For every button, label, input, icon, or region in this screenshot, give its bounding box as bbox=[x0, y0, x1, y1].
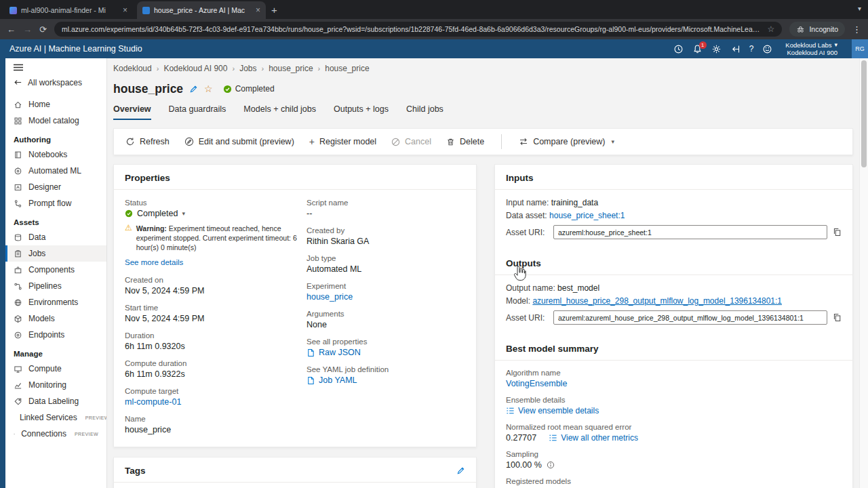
sidebar-item-notebooks[interactable]: Notebooks bbox=[5, 146, 106, 163]
sidebar-nav: All workspaces Home Model catalog Author… bbox=[5, 58, 107, 488]
sidebar-item-models[interactable]: Models bbox=[5, 310, 106, 327]
view-ensemble-details-link[interactable]: View ensemble details bbox=[518, 406, 599, 415]
breadcrumb-item[interactable]: Kodekloud AI 900 bbox=[163, 64, 227, 73]
job-yaml-link[interactable]: Job YAML bbox=[319, 375, 357, 385]
browser-tab-2[interactable]: house_price - Azure AI | Mac × bbox=[137, 1, 266, 19]
vertical-scrollbar[interactable] bbox=[859, 58, 868, 488]
outputs-heading: Outputs bbox=[495, 250, 852, 275]
edit-and-submit-button[interactable]: Edit and submit (preview) bbox=[177, 129, 302, 155]
tab-models-child-jobs[interactable]: Models + child jobs bbox=[243, 104, 316, 120]
model-link[interactable]: azureml_house_price_298_output_mlflow_lo… bbox=[532, 296, 782, 306]
chevron-down-icon: ▾ bbox=[834, 41, 837, 49]
see-more-details-link[interactable]: See more details bbox=[125, 258, 307, 266]
chevron-down-icon: ▾ bbox=[611, 138, 614, 145]
toolbar-divider bbox=[501, 134, 502, 149]
back-button[interactable]: ← bbox=[7, 24, 16, 35]
breadcrumb-item[interactable]: Kodekloud bbox=[113, 64, 152, 73]
endpoints-icon bbox=[14, 331, 22, 340]
completed-check-icon bbox=[125, 209, 133, 218]
view-all-metrics-link[interactable]: View all other metrics bbox=[561, 433, 638, 443]
tab-child-jobs[interactable]: Child jobs bbox=[406, 104, 443, 120]
chevron-down-icon[interactable]: ▾ bbox=[182, 210, 185, 217]
best-model-heading: Best model summary bbox=[495, 336, 852, 361]
sidebar-item-monitoring[interactable]: Monitoring bbox=[5, 377, 106, 393]
sidebar-item-components[interactable]: Components bbox=[5, 262, 106, 278]
reload-button[interactable]: ⟳ bbox=[39, 24, 47, 35]
tab-close-icon[interactable]: × bbox=[256, 5, 260, 15]
sidebar-item-data[interactable]: Data bbox=[5, 229, 106, 245]
field-duration: Duration 6h 11m 0.9320s bbox=[125, 331, 307, 351]
cancel-button[interactable]: Cancel bbox=[384, 129, 439, 155]
browser-tab-1[interactable]: ml-al900-animal-finder - Mi × bbox=[4, 1, 133, 19]
page-title: house_price bbox=[113, 82, 183, 96]
compute-icon bbox=[14, 365, 22, 373]
algorithm-link[interactable]: VotingEnsemble bbox=[506, 379, 842, 388]
sidebar-item-connections[interactable]: Connections PREVIEW bbox=[5, 426, 106, 442]
sidebar-item-linked-services[interactable]: Linked Services PREVIEW bbox=[5, 409, 106, 426]
compare-button[interactable]: Compare (preview) ▾ bbox=[511, 129, 622, 155]
forward-button[interactable]: → bbox=[23, 24, 32, 35]
edit-tags-pencil-icon[interactable] bbox=[456, 466, 465, 475]
breadcrumb-separator: › bbox=[318, 64, 321, 73]
breadcrumb-item[interactable]: house_price bbox=[269, 64, 313, 73]
favorite-star-icon[interactable]: ☆ bbox=[204, 83, 213, 94]
compute-target-link[interactable]: ml-compute-01 bbox=[125, 397, 307, 407]
delete-button[interactable]: Delete bbox=[439, 129, 492, 155]
notebooks-icon bbox=[14, 150, 22, 159]
sidebar-item-all-workspaces[interactable]: All workspaces bbox=[5, 74, 106, 91]
scrollbar-thumb[interactable] bbox=[861, 60, 867, 167]
sidebar-item-designer[interactable]: Designer bbox=[5, 179, 106, 195]
tab-overview[interactable]: Overview bbox=[113, 104, 151, 120]
bookmark-star-icon[interactable]: ☆ bbox=[768, 24, 775, 34]
field-created-by: Created by Rithin Skaria GA bbox=[307, 226, 465, 246]
sidebar-item-jobs[interactable]: Jobs bbox=[5, 245, 106, 262]
sidebar-item-model-catalog[interactable]: Model catalog bbox=[5, 113, 106, 129]
data-asset-label: Data asset: bbox=[506, 211, 547, 220]
browser-menu-icon[interactable]: ⋮ bbox=[852, 24, 861, 35]
new-tab-button[interactable]: + bbox=[271, 4, 277, 16]
history-clock-icon[interactable] bbox=[673, 44, 684, 54]
edit-title-pencil-icon[interactable] bbox=[189, 85, 198, 94]
tab-close-icon[interactable]: × bbox=[123, 5, 127, 15]
feedback-smiley-icon[interactable] bbox=[762, 44, 772, 54]
sidebar-collapse-button[interactable] bbox=[5, 58, 106, 74]
breadcrumb-item[interactable]: house_price bbox=[325, 64, 369, 73]
copy-icon[interactable] bbox=[833, 313, 842, 322]
url-bar[interactable]: ml.azure.com/experiments/id/340b64b5-72f… bbox=[54, 22, 782, 37]
info-icon[interactable] bbox=[547, 461, 555, 469]
command-bar: Refresh Edit and submit (preview) + Regi… bbox=[113, 128, 853, 155]
user-avatar[interactable]: RG bbox=[852, 39, 868, 58]
notifications-bell-icon[interactable]: 1 bbox=[692, 44, 703, 54]
input-asset-uri-field[interactable] bbox=[553, 225, 827, 239]
workspace-selector[interactable]: Kodekloud Labs▾ Kodekloud AI 900 bbox=[785, 41, 837, 57]
help-icon[interactable]: ? bbox=[749, 44, 754, 54]
breadcrumb: Kodekloud › Kodekloud AI 900 › Jobs › ho… bbox=[113, 62, 853, 75]
metrics-list-icon bbox=[506, 407, 515, 415]
tab-title: house_price - Azure AI | Mac bbox=[154, 6, 252, 14]
field-yaml-definition: See YAML job definition Job YAML bbox=[307, 365, 465, 385]
tab-search-chevron-icon[interactable]: ▾ bbox=[858, 5, 861, 12]
sidebar-item-prompt-flow[interactable]: Prompt flow bbox=[5, 195, 106, 211]
copy-icon[interactable] bbox=[833, 228, 842, 237]
sidebar-item-automated-ml[interactable]: Automated ML bbox=[5, 163, 106, 179]
sidebar-item-home[interactable]: Home bbox=[5, 96, 106, 113]
sidebar-item-data-labeling[interactable]: Data Labeling bbox=[5, 393, 106, 409]
sidebar-item-compute[interactable]: Compute bbox=[5, 361, 106, 377]
raw-json-link[interactable]: Raw JSON bbox=[319, 348, 361, 357]
register-model-button[interactable]: + Register model bbox=[302, 129, 384, 155]
refresh-button[interactable]: Refresh bbox=[118, 129, 177, 155]
tab-outputs-logs[interactable]: Outputs + logs bbox=[334, 104, 389, 120]
breadcrumb-item[interactable]: Jobs bbox=[239, 64, 256, 73]
output-asset-uri-field[interactable] bbox=[553, 310, 827, 325]
sidebar-item-pipelines[interactable]: Pipelines bbox=[5, 278, 106, 294]
home-icon bbox=[14, 100, 22, 109]
settings-gear-icon[interactable] bbox=[711, 44, 722, 54]
asset-uri-label: Asset URI: bbox=[506, 313, 548, 323]
experiment-link[interactable]: house_price bbox=[307, 292, 465, 302]
field-registered-models: Registered models houseprice298:1 bbox=[506, 477, 842, 488]
tab-data-guardrails[interactable]: Data guardrails bbox=[169, 104, 226, 120]
data-asset-link[interactable]: house_price_sheet:1 bbox=[549, 211, 625, 220]
launcher-arrow-icon[interactable] bbox=[730, 44, 741, 54]
sidebar-item-endpoints[interactable]: Endpoints bbox=[5, 327, 106, 343]
sidebar-item-environments[interactable]: Environments bbox=[5, 294, 106, 310]
